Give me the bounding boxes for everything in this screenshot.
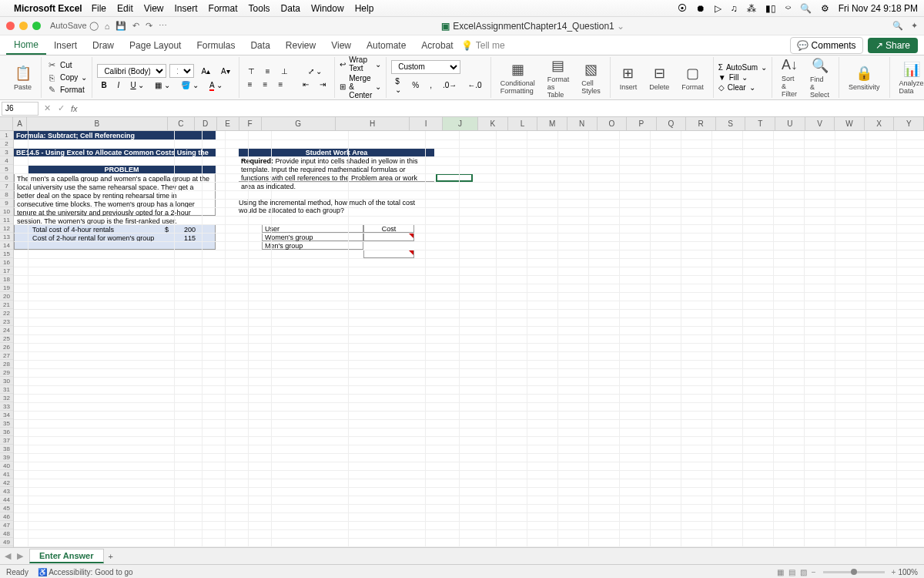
row-45[interactable]: 45 — [0, 504, 13, 512]
search-icon[interactable]: 🔍 — [892, 21, 903, 31]
font-size-select[interactable]: 12 — [169, 64, 194, 78]
row-40[interactable]: 40 — [0, 462, 13, 470]
clear-button[interactable]: ◇ Clear ⌄ — [718, 83, 767, 92]
row-34[interactable]: 34 — [0, 411, 13, 419]
zoom-slider[interactable] — [823, 571, 885, 573]
page-layout-view-icon[interactable]: ▤ — [788, 568, 795, 576]
align-bottom-icon[interactable]: ⊥ — [277, 66, 292, 77]
menu-tools[interactable]: Tools — [249, 3, 270, 14]
required-text[interactable]: Required: Provide input into cells shade… — [239, 156, 434, 182]
decrease-decimal-icon[interactable]: ←.0 — [464, 79, 485, 91]
work-area-header[interactable]: Student Work Area — [239, 148, 434, 156]
wifi-icon[interactable]: ⌔ — [785, 3, 791, 14]
cost-header[interactable]: Cost — [363, 224, 414, 233]
menu-insert[interactable]: Insert — [175, 3, 198, 14]
row-43[interactable]: 43 — [0, 487, 13, 496]
row-9[interactable]: 9 — [0, 199, 13, 207]
name-box[interactable]: J6 — [2, 102, 38, 116]
merge-center-button[interactable]: ⊞ Merge & Center ⌄ — [340, 74, 381, 99]
format-as-table-button[interactable]: ▤Format as Table — [543, 55, 574, 100]
col-b[interactable]: B — [27, 117, 168, 130]
col-e[interactable]: E — [217, 117, 239, 130]
format-painter-icon[interactable]: ✎ — [46, 85, 57, 96]
row-37[interactable]: 37 — [0, 436, 13, 445]
copy-label[interactable]: Copy — [60, 73, 78, 82]
col-o[interactable]: O — [598, 117, 628, 130]
close-window-button[interactable] — [6, 22, 15, 30]
row-13[interactable]: 13 — [0, 233, 13, 241]
save-icon[interactable]: 💾 — [116, 21, 126, 31]
home-icon[interactable]: ⌂ — [105, 22, 110, 31]
tab-automate[interactable]: Automate — [359, 37, 413, 54]
paste-button[interactable]: 📋Paste — [9, 63, 36, 92]
menu-file[interactable]: File — [92, 3, 106, 14]
row-18[interactable]: 18 — [0, 275, 13, 284]
worksheet[interactable]: 1234567891011121314151617181920212223242… — [0, 131, 924, 547]
row-1[interactable]: 1 — [0, 131, 13, 139]
row-16[interactable]: 16 — [0, 258, 13, 267]
autosum-button[interactable]: Σ AutoSum ⌄ — [718, 63, 767, 72]
comma-button[interactable]: , — [426, 79, 436, 91]
col-f[interactable]: F — [239, 117, 262, 130]
bluetooth-icon[interactable]: ⁂ — [747, 3, 756, 14]
delete-cells-button[interactable]: ⊟Delete — [644, 63, 674, 92]
col-s[interactable]: S — [716, 117, 746, 130]
row-11[interactable]: 11 — [0, 216, 13, 224]
copilot-icon[interactable]: ✦ — [911, 21, 918, 31]
col-c[interactable]: C — [168, 117, 195, 130]
align-top-icon[interactable]: ⊤ — [244, 66, 259, 77]
problem-header[interactable]: PROBLEM — [28, 165, 216, 173]
row-20[interactable]: 20 — [0, 292, 13, 301]
row-31[interactable]: 31 — [0, 385, 13, 394]
col-a[interactable]: A — [13, 117, 26, 130]
row-21[interactable]: 21 — [0, 301, 13, 309]
col-g[interactable]: G — [262, 117, 336, 130]
col-v[interactable]: V — [805, 117, 835, 130]
col-i[interactable]: I — [410, 117, 442, 130]
row-49[interactable]: 49 — [0, 538, 13, 546]
clock[interactable]: Fri Nov 24 9:18 PM — [839, 3, 918, 14]
select-all-corner[interactable] — [0, 117, 13, 130]
row-32[interactable]: 32 — [0, 394, 13, 402]
increase-font-icon[interactable]: A▴ — [197, 66, 214, 77]
row-4[interactable]: 4 — [0, 156, 13, 165]
cut-icon[interactable]: ✂ — [46, 60, 57, 71]
decrease-indent-icon[interactable]: ⇤ — [299, 79, 313, 90]
insert-cells-button[interactable]: ⊞Insert — [615, 63, 642, 92]
row-17[interactable]: 17 — [0, 267, 13, 275]
tab-formulas[interactable]: Formulas — [189, 37, 243, 54]
menu-help[interactable]: Help — [355, 3, 374, 14]
increase-decimal-icon[interactable]: .0→ — [439, 79, 460, 91]
fullscreen-window-button[interactable] — [32, 22, 41, 30]
minimize-window-button[interactable] — [19, 22, 28, 30]
format-cells-button[interactable]: ▢Format — [677, 63, 708, 92]
row-25[interactable]: 25 — [0, 334, 13, 343]
control-center-icon[interactable]: ⚙ — [821, 3, 829, 14]
wrap-text-button[interactable]: ↩ Wrap Text ⌄ — [340, 55, 381, 72]
zoom-in-button[interactable]: + — [892, 568, 896, 576]
orientation-icon[interactable]: ⤢ ⌄ — [304, 66, 326, 77]
row-24[interactable]: 24 — [0, 326, 13, 334]
row-3[interactable]: 3 — [0, 148, 13, 156]
record-icon[interactable]: ⏺ — [696, 3, 705, 14]
analyze-data-button[interactable]: 📊Analyze Data — [895, 59, 924, 96]
col-x[interactable]: X — [865, 117, 895, 130]
womens-cost-input[interactable] — [363, 233, 414, 241]
number-format-select[interactable]: Custom — [391, 60, 460, 74]
document-title[interactable]: ▣ExcelAssignmentChapter14_Question1 ⌄ — [173, 21, 892, 32]
col-k[interactable]: K — [478, 117, 508, 130]
row-23[interactable]: 23 — [0, 318, 13, 326]
copy-icon[interactable]: ⎘ — [46, 72, 57, 83]
increase-indent-icon[interactable]: ⇥ — [316, 79, 330, 90]
row-35[interactable]: 35 — [0, 419, 13, 428]
more-icon[interactable]: ⋯ — [159, 21, 167, 31]
zoom-out-button[interactable]: − — [812, 568, 816, 576]
app-name[interactable]: Microsoft Excel — [14, 3, 82, 14]
sort-filter-button[interactable]: A↓Sort & Filter — [777, 55, 802, 99]
row-47[interactable]: 47 — [0, 521, 13, 529]
find-select-button[interactable]: 🔍Find & Select — [805, 55, 834, 100]
accessibility-status[interactable]: ♿ Accessibility: Good to go — [38, 568, 133, 576]
font-name-select[interactable]: Calibri (Body) — [97, 64, 166, 78]
row-46[interactable]: 46 — [0, 512, 13, 521]
col-y[interactable]: Y — [894, 117, 924, 130]
